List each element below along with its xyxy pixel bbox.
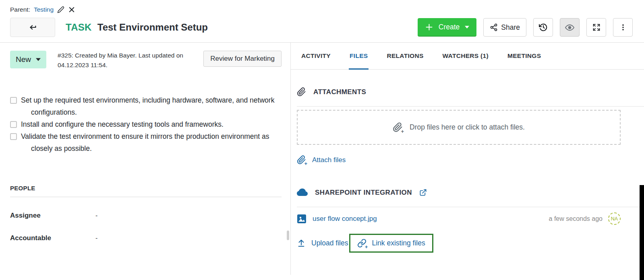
chevron-down-icon <box>36 58 41 61</box>
dropzone-text: Drop files here or click to attach files… <box>410 123 525 132</box>
created-updated-info: #325: Created by Mia Bayer. Last updated… <box>58 51 195 70</box>
history-icon <box>539 23 548 32</box>
edit-parent-pencil-icon[interactable] <box>57 6 64 13</box>
people-section-heading: PEOPLE <box>10 185 282 191</box>
accountable-field: Accountable - <box>10 234 282 242</box>
parent-link[interactable]: Testing <box>34 6 54 13</box>
checkbox[interactable] <box>10 121 17 128</box>
link-plus-icon: + <box>357 239 367 248</box>
file-dropzone[interactable]: + Drop files here or click to attach fil… <box>297 110 621 145</box>
checkbox[interactable] <box>10 133 17 140</box>
scrollbar-thumb[interactable] <box>287 231 289 240</box>
status-dropdown[interactable]: New <box>10 51 46 68</box>
file-link[interactable]: user flow concept.jpg <box>313 215 377 223</box>
paperclip-plus-icon: + <box>393 122 403 132</box>
paperclip-icon <box>297 87 306 97</box>
create-button-label: Create <box>439 23 460 31</box>
sharepoint-divider <box>297 207 644 207</box>
header: TASK Test Environment Setup Create Share <box>0 13 644 42</box>
work-package-page: Parent: Testing TASK Test Environment Se… <box>0 0 644 280</box>
paperclip-plus-icon: + <box>297 155 306 165</box>
link-existing-files-label: Link existing files <box>372 239 425 247</box>
page-title[interactable]: Test Environment Setup <box>97 22 208 33</box>
activity-history-button[interactable] <box>533 18 553 37</box>
eye-icon <box>565 23 574 32</box>
attach-files-link[interactable]: + Attach files <box>297 155 346 165</box>
parent-label: Parent: <box>10 6 30 13</box>
share-button[interactable]: Share <box>483 18 526 37</box>
status-label: New <box>16 55 31 64</box>
checkbox[interactable] <box>10 97 17 104</box>
external-link-icon[interactable] <box>419 189 427 196</box>
assignee-field: Assignee - <box>10 212 282 220</box>
status-row: New #325: Created by Mia Bayer. Last upd… <box>10 51 282 70</box>
tab-activity[interactable]: ACTIVITY <box>295 43 337 69</box>
back-arrow-icon <box>28 23 37 32</box>
tab-watchers[interactable]: WATCHERS (1) <box>436 43 495 69</box>
back-button[interactable] <box>10 18 55 37</box>
accountable-label: Accountable <box>10 234 95 242</box>
chevron-down-icon <box>465 26 469 29</box>
sharepoint-actions: Upload files + Link existing files <box>297 234 644 253</box>
linked-file-row: user flow concept.jpg a few seconds ago … <box>297 212 621 225</box>
checklist-item-label: Set up the required test environments, i… <box>21 94 282 118</box>
attachments-title: ATTACHMENTS <box>313 88 366 96</box>
checklist-item-label: Validate the test environment to ensure … <box>21 130 282 154</box>
share-icon <box>490 23 498 31</box>
sharepoint-section-heading: SHAREPOINT INTEGRATION <box>297 187 644 198</box>
remove-parent-close-icon[interactable] <box>68 6 75 13</box>
plus-icon <box>425 23 433 31</box>
file-timestamp: a few seconds ago <box>549 215 603 222</box>
kebab-menu-icon <box>619 23 627 31</box>
share-button-label: Share <box>501 23 520 32</box>
tab-bar: ACTIVITY FILES RELATIONS WATCHERS (1) ME… <box>291 43 644 70</box>
create-button[interactable]: Create <box>418 18 477 37</box>
attachments-section-heading: ATTACHMENTS <box>297 87 644 97</box>
assignee-value[interactable]: - <box>95 212 97 219</box>
accountable-value[interactable]: - <box>95 235 97 242</box>
upload-files-link[interactable]: Upload files <box>297 239 348 248</box>
checklist-item-label: Install and configure the necessary test… <box>21 118 224 130</box>
expand-icon <box>592 23 601 31</box>
assignee-label: Assignee <box>10 212 95 220</box>
sharepoint-title: SHAREPOINT INTEGRATION <box>315 189 412 197</box>
fullscreen-button[interactable] <box>586 18 606 37</box>
link-existing-files-button[interactable]: + Link existing files <box>349 234 433 253</box>
screen-edge-black-bar <box>640 185 644 280</box>
cloud-icon <box>297 187 308 198</box>
header-toolbar: Create Share <box>418 18 633 37</box>
checklist-item: Install and configure the necessary test… <box>10 118 282 130</box>
file-meta: a few seconds ago NA <box>549 212 621 225</box>
attachments-divider <box>297 106 644 107</box>
upload-files-label: Upload files <box>311 239 348 247</box>
checklist-item: Set up the required test environments, i… <box>10 94 282 118</box>
more-options-button[interactable] <box>613 18 633 37</box>
avatar: NA <box>608 212 621 225</box>
image-file-icon <box>297 214 306 224</box>
parent-bar: Parent: Testing <box>0 0 644 13</box>
tab-meetings[interactable]: MEETINGS <box>501 43 547 69</box>
tab-relations[interactable]: RELATIONS <box>380 43 430 69</box>
upload-icon <box>297 239 306 248</box>
review-for-marketing-button[interactable]: Review for Marketing <box>203 51 282 67</box>
work-package-type[interactable]: TASK <box>66 22 92 33</box>
tab-files[interactable]: FILES <box>343 43 374 69</box>
checklist-item: Validate the test environment to ensure … <box>10 130 282 154</box>
people-divider <box>10 197 282 197</box>
details-panel: New #325: Created by Mia Bayer. Last upd… <box>0 43 291 275</box>
attach-files-label: Attach files <box>312 156 346 164</box>
description-checklist: Set up the required test environments, i… <box>10 94 282 154</box>
watch-button[interactable] <box>560 18 580 37</box>
side-panel: ACTIVITY FILES RELATIONS WATCHERS (1) ME… <box>291 43 644 275</box>
